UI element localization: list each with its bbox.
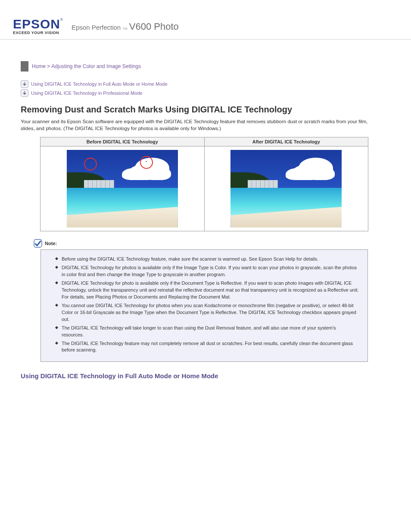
before-cell [40, 146, 205, 231]
toc-item: Using DIGITAL ICE Technology in Professi… [21, 89, 370, 97]
toc-link-2[interactable]: Using DIGITAL ICE Technology in Professi… [31, 90, 142, 96]
intro-paragraph: Your scanner and its Epson Scan software… [21, 118, 370, 132]
brand-logo: EPSON® EXCEED YOUR VISION [13, 18, 63, 35]
breadcrumb-home-link[interactable]: Home [32, 63, 46, 69]
note-item: You cannot use DIGITAL ICE Technology fo… [56, 302, 359, 323]
down-arrow-icon [21, 89, 28, 97]
after-header: After DIGITAL ICE Technology [204, 137, 368, 146]
note-box: Before using the DIGITAL ICE Technology … [40, 249, 368, 362]
back-icon[interactable] [21, 61, 28, 72]
brand-name: EPSON [13, 17, 60, 31]
toc-list: Using DIGITAL ICE Technology in Full Aut… [21, 80, 370, 97]
toc-link-1[interactable]: Using DIGITAL ICE Technology in Full Aut… [31, 81, 168, 87]
brand-tagline: EXCEED YOUR VISION [13, 31, 59, 35]
product-model: V600 Photo [129, 21, 179, 32]
product-prefix: Epson Perfection [72, 24, 121, 31]
after-cell [204, 146, 368, 231]
note-check-icon [34, 239, 42, 248]
page-title: Removing Dust and Scratch Marks Using DI… [21, 105, 370, 115]
breadcrumb-row: Home > Adjusting the Color and Image Set… [21, 61, 370, 72]
comparison-table: Before DIGITAL ICE Technology After DIGI… [40, 137, 368, 231]
note-item: Before using the DIGITAL ICE Technology … [56, 256, 359, 263]
product-title: Epson Perfection TM V600 Photo [72, 21, 179, 35]
page-header: EPSON® EXCEED YOUR VISION Epson Perfecti… [0, 0, 411, 40]
note-label: Note: [45, 241, 57, 246]
note-item: The DIGITAL ICE Technology feature may n… [56, 340, 359, 354]
before-image [67, 150, 178, 227]
dust-marker-icon [140, 156, 153, 169]
trademark: TM [122, 27, 128, 31]
note-item: DIGITAL ICE Technology for photo is avai… [56, 280, 359, 301]
breadcrumb-sep: > [46, 63, 51, 69]
note-item: DIGITAL ICE Technology for photos is ava… [56, 264, 359, 278]
breadcrumb-section-link[interactable]: Adjusting the Color and Image Settings [51, 63, 141, 69]
note-block: Note: Before using the DIGITAL ICE Techn… [34, 239, 370, 362]
before-header: Before DIGITAL ICE Technology [40, 137, 205, 146]
breadcrumb: Home > Adjusting the Color and Image Set… [32, 63, 141, 69]
toc-item: Using DIGITAL ICE Technology in Full Aut… [21, 80, 370, 88]
section-heading: Using DIGITAL ICE Technology in Full Aut… [21, 372, 370, 380]
dust-marker-icon [84, 158, 97, 171]
down-arrow-icon [21, 80, 28, 88]
registered-mark: ® [60, 18, 63, 22]
note-item: The DIGITAL ICE Technology will take lon… [56, 325, 359, 339]
after-image [230, 150, 342, 227]
